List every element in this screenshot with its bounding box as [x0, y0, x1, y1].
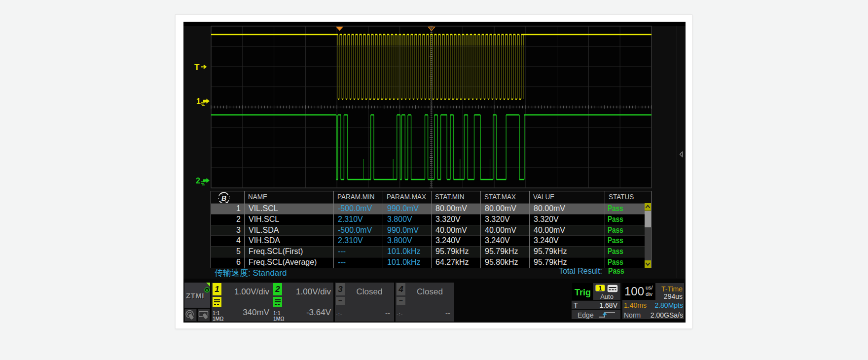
svg-text:2: 2	[196, 177, 200, 185]
svg-text:B: B	[221, 194, 226, 202]
svg-text:R: R	[206, 288, 209, 292]
svg-text:T: T	[194, 63, 200, 72]
svg-text:1: 1	[196, 97, 201, 106]
